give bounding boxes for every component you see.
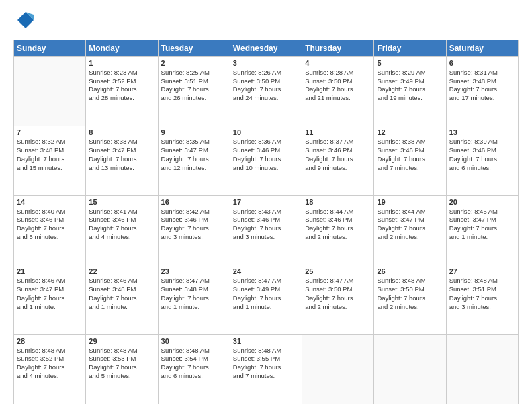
day-header-tuesday: Tuesday xyxy=(158,40,230,56)
day-info: Sunrise: 8:41 AM Sunset: 3:46 PM Dayligh… xyxy=(89,208,154,242)
calendar-cell: 26Sunrise: 8:48 AM Sunset: 3:50 PM Dayli… xyxy=(374,265,446,334)
calendar-cell: 5Sunrise: 8:29 AM Sunset: 3:49 PM Daylig… xyxy=(374,56,446,126)
day-header-monday: Monday xyxy=(86,40,158,56)
logo-icon xyxy=(16,11,35,30)
day-info: Sunrise: 8:29 AM Sunset: 3:49 PM Dayligh… xyxy=(377,68,443,103)
calendar-cell: 13Sunrise: 8:39 AM Sunset: 3:46 PM Dayli… xyxy=(446,126,518,195)
day-header-sunday: Sunday xyxy=(14,40,86,56)
calendar-cell: 6Sunrise: 8:31 AM Sunset: 3:48 PM Daylig… xyxy=(446,56,518,126)
day-number: 16 xyxy=(161,198,227,206)
calendar-cell: 31Sunrise: 8:48 AM Sunset: 3:55 PM Dayli… xyxy=(230,334,302,404)
day-info: Sunrise: 8:32 AM Sunset: 3:48 PM Dayligh… xyxy=(17,138,83,172)
day-info: Sunrise: 8:35 AM Sunset: 3:47 PM Dayligh… xyxy=(161,138,227,172)
calendar-cell: 8Sunrise: 8:33 AM Sunset: 3:47 PM Daylig… xyxy=(86,126,158,195)
day-info: Sunrise: 8:48 AM Sunset: 3:52 PM Dayligh… xyxy=(17,347,83,381)
day-info: Sunrise: 8:46 AM Sunset: 3:47 PM Dayligh… xyxy=(17,277,83,311)
day-info: Sunrise: 8:47 AM Sunset: 3:49 PM Dayligh… xyxy=(233,277,299,311)
day-info: Sunrise: 8:45 AM Sunset: 3:47 PM Dayligh… xyxy=(449,208,515,242)
day-header-friday: Friday xyxy=(374,40,446,56)
day-info: Sunrise: 8:42 AM Sunset: 3:46 PM Dayligh… xyxy=(161,208,227,242)
day-number: 21 xyxy=(17,267,83,275)
calendar-cell: 4Sunrise: 8:28 AM Sunset: 3:50 PM Daylig… xyxy=(302,56,374,126)
calendar-cell: 17Sunrise: 8:43 AM Sunset: 3:46 PM Dayli… xyxy=(230,195,302,265)
page-header xyxy=(13,11,519,33)
day-info: Sunrise: 8:37 AM Sunset: 3:46 PM Dayligh… xyxy=(305,138,371,172)
calendar-cell: 16Sunrise: 8:42 AM Sunset: 3:46 PM Dayli… xyxy=(158,195,230,265)
calendar-week-4: 21Sunrise: 8:46 AM Sunset: 3:47 PM Dayli… xyxy=(14,265,519,334)
day-number: 5 xyxy=(377,59,443,67)
day-number: 22 xyxy=(89,267,154,275)
calendar-cell: 1Sunrise: 8:23 AM Sunset: 3:52 PM Daylig… xyxy=(86,56,158,126)
calendar-cell xyxy=(14,56,86,126)
day-number: 11 xyxy=(305,128,371,136)
day-number: 28 xyxy=(17,337,83,345)
day-info: Sunrise: 8:48 AM Sunset: 3:53 PM Dayligh… xyxy=(89,347,154,381)
calendar-cell: 3Sunrise: 8:26 AM Sunset: 3:50 PM Daylig… xyxy=(230,56,302,126)
day-info: Sunrise: 8:47 AM Sunset: 3:50 PM Dayligh… xyxy=(305,277,371,311)
day-info: Sunrise: 8:38 AM Sunset: 3:46 PM Dayligh… xyxy=(377,138,443,172)
day-number: 20 xyxy=(449,198,515,206)
day-info: Sunrise: 8:25 AM Sunset: 3:51 PM Dayligh… xyxy=(161,68,227,103)
calendar-cell xyxy=(302,334,374,404)
day-number: 7 xyxy=(17,128,83,136)
day-number: 13 xyxy=(449,128,515,136)
calendar-header-row: SundayMondayTuesdayWednesdayThursdayFrid… xyxy=(14,40,519,56)
calendar-week-3: 14Sunrise: 8:40 AM Sunset: 3:46 PM Dayli… xyxy=(14,195,519,265)
day-info: Sunrise: 8:44 AM Sunset: 3:47 PM Dayligh… xyxy=(377,208,443,242)
day-header-wednesday: Wednesday xyxy=(230,40,302,56)
calendar-cell: 22Sunrise: 8:46 AM Sunset: 3:48 PM Dayli… xyxy=(86,265,158,334)
day-number: 10 xyxy=(233,128,299,136)
logo xyxy=(13,11,35,33)
calendar-cell: 28Sunrise: 8:48 AM Sunset: 3:52 PM Dayli… xyxy=(14,334,86,404)
day-number: 15 xyxy=(89,198,154,206)
day-info: Sunrise: 8:31 AM Sunset: 3:48 PM Dayligh… xyxy=(449,68,515,103)
day-number: 27 xyxy=(449,267,515,275)
day-header-saturday: Saturday xyxy=(446,40,518,56)
day-info: Sunrise: 8:44 AM Sunset: 3:46 PM Dayligh… xyxy=(305,208,371,242)
day-info: Sunrise: 8:48 AM Sunset: 3:54 PM Dayligh… xyxy=(161,347,227,381)
day-info: Sunrise: 8:47 AM Sunset: 3:48 PM Dayligh… xyxy=(161,277,227,311)
calendar-cell: 19Sunrise: 8:44 AM Sunset: 3:47 PM Dayli… xyxy=(374,195,446,265)
day-info: Sunrise: 8:23 AM Sunset: 3:52 PM Dayligh… xyxy=(89,68,154,103)
day-info: Sunrise: 8:43 AM Sunset: 3:46 PM Dayligh… xyxy=(233,208,299,242)
day-number: 3 xyxy=(233,59,299,67)
calendar-cell: 29Sunrise: 8:48 AM Sunset: 3:53 PM Dayli… xyxy=(86,334,158,404)
day-info: Sunrise: 8:48 AM Sunset: 3:55 PM Dayligh… xyxy=(233,347,299,381)
calendar-week-5: 28Sunrise: 8:48 AM Sunset: 3:52 PM Dayli… xyxy=(14,334,519,404)
day-number: 30 xyxy=(161,337,227,345)
calendar-cell: 2Sunrise: 8:25 AM Sunset: 3:51 PM Daylig… xyxy=(158,56,230,126)
day-number: 29 xyxy=(89,337,154,345)
day-info: Sunrise: 8:48 AM Sunset: 3:51 PM Dayligh… xyxy=(449,277,515,311)
day-number: 1 xyxy=(89,59,154,67)
day-number: 17 xyxy=(233,198,299,206)
day-info: Sunrise: 8:48 AM Sunset: 3:50 PM Dayligh… xyxy=(377,277,443,311)
calendar-cell: 12Sunrise: 8:38 AM Sunset: 3:46 PM Dayli… xyxy=(374,126,446,195)
calendar-cell: 24Sunrise: 8:47 AM Sunset: 3:49 PM Dayli… xyxy=(230,265,302,334)
day-number: 9 xyxy=(161,128,227,136)
calendar-cell: 10Sunrise: 8:36 AM Sunset: 3:46 PM Dayli… xyxy=(230,126,302,195)
calendar-week-1: 1Sunrise: 8:23 AM Sunset: 3:52 PM Daylig… xyxy=(14,56,519,126)
day-header-thursday: Thursday xyxy=(302,40,374,56)
day-number: 19 xyxy=(377,198,443,206)
calendar-cell: 11Sunrise: 8:37 AM Sunset: 3:46 PM Dayli… xyxy=(302,126,374,195)
calendar-table: SundayMondayTuesdayWednesdayThursdayFrid… xyxy=(13,40,519,404)
day-number: 31 xyxy=(233,337,299,345)
calendar-cell: 21Sunrise: 8:46 AM Sunset: 3:47 PM Dayli… xyxy=(14,265,86,334)
day-info: Sunrise: 8:46 AM Sunset: 3:48 PM Dayligh… xyxy=(89,277,154,311)
day-info: Sunrise: 8:28 AM Sunset: 3:50 PM Dayligh… xyxy=(305,68,371,103)
day-info: Sunrise: 8:40 AM Sunset: 3:46 PM Dayligh… xyxy=(17,208,83,242)
calendar-cell: 14Sunrise: 8:40 AM Sunset: 3:46 PM Dayli… xyxy=(14,195,86,265)
calendar-cell: 18Sunrise: 8:44 AM Sunset: 3:46 PM Dayli… xyxy=(302,195,374,265)
day-number: 25 xyxy=(305,267,371,275)
calendar-cell: 25Sunrise: 8:47 AM Sunset: 3:50 PM Dayli… xyxy=(302,265,374,334)
day-number: 4 xyxy=(305,59,371,67)
day-info: Sunrise: 8:39 AM Sunset: 3:46 PM Dayligh… xyxy=(449,138,515,172)
calendar-cell: 20Sunrise: 8:45 AM Sunset: 3:47 PM Dayli… xyxy=(446,195,518,265)
day-number: 12 xyxy=(377,128,443,136)
day-number: 2 xyxy=(161,59,227,67)
day-number: 18 xyxy=(305,198,371,206)
day-number: 14 xyxy=(17,198,83,206)
day-number: 26 xyxy=(377,267,443,275)
day-number: 8 xyxy=(89,128,154,136)
calendar-cell xyxy=(374,334,446,404)
